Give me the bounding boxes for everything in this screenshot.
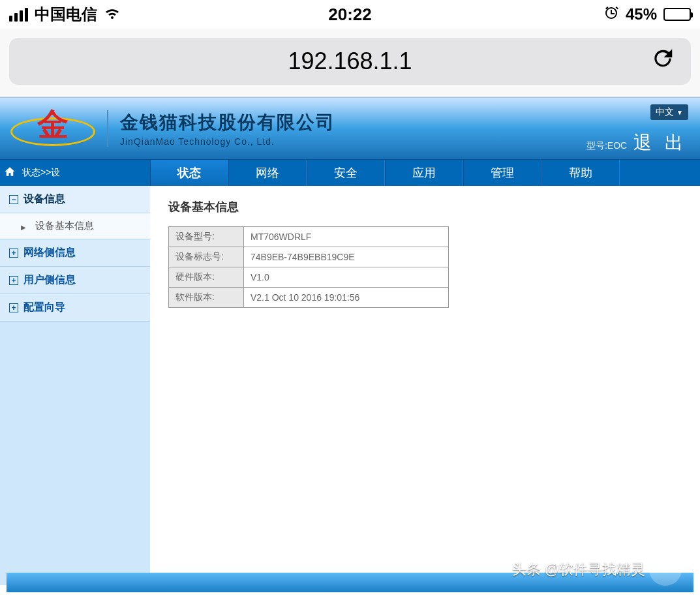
device-info-table: 设备型号: MT706WDRLF 设备标志号: 74B9EB-74B9EBB19… <box>168 226 449 308</box>
sidebar-item-device-basic[interactable]: 设备基本信息 <box>0 213 150 239</box>
tab-help[interactable]: 帮助 <box>541 160 620 186</box>
tab-status[interactable]: 状态 <box>150 160 228 186</box>
triangle-right-icon <box>21 220 30 232</box>
table-row: 软件版本: V2.1 Oct 10 2016 19:01:56 <box>169 288 449 308</box>
company-name-cn: 金钱猫科技股份有限公司 <box>120 110 335 135</box>
main-nav: 状态>>设 状态 网络 安全 应用 管理 帮助 <box>0 160 700 186</box>
sidebar-item-network-side[interactable]: 网络侧信息 <box>0 239 150 267</box>
sidebar-item-user-side[interactable]: 用户侧信息 <box>0 267 150 294</box>
logout-link[interactable]: 退 出 <box>633 130 687 155</box>
browser-toolbar: 192.168.1.1 <box>0 29 700 97</box>
expand-icon <box>9 276 18 285</box>
language-selector[interactable]: 中文 ▼ <box>650 104 688 120</box>
chevron-down-icon: ▼ <box>677 109 683 116</box>
tab-network[interactable]: 网络 <box>228 160 307 186</box>
main-content: 设备基本信息 设备型号: MT706WDRLF 设备标志号: 74B9EB-74… <box>150 186 700 585</box>
footer-bar <box>7 573 693 592</box>
table-row: 硬件版本: V1.0 <box>169 267 449 288</box>
url-text: 192.168.1.1 <box>288 48 412 75</box>
expand-icon <box>9 249 18 258</box>
company-name-en: JinQianMao Technology Co., Ltd. <box>120 136 335 147</box>
table-row: 设备型号: MT706WDRLF <box>169 227 449 247</box>
page-header: 金 金钱猫科技股份有限公司 JinQianMao Technology Co.,… <box>0 97 700 160</box>
battery-icon <box>663 8 691 21</box>
collapse-icon <box>9 195 18 204</box>
url-bar[interactable]: 192.168.1.1 <box>9 38 691 85</box>
sidebar-item-device-info[interactable]: 设备信息 <box>0 186 150 213</box>
ios-status-bar: 中国电信 20:22 45% <box>0 0 700 29</box>
sidebar: 设备信息 设备基本信息 网络侧信息 用户侧信息 配置向导 <box>0 186 150 585</box>
expand-icon <box>9 303 18 312</box>
home-icon[interactable] <box>4 166 16 181</box>
table-row: 设备标志号: 74B9EB-74B9EBB19C9E <box>169 247 449 267</box>
sidebar-item-config-wizard[interactable]: 配置向导 <box>0 294 150 322</box>
tab-app[interactable]: 应用 <box>385 160 463 186</box>
brand-logo: 金 <box>10 106 95 151</box>
reload-button[interactable] <box>650 46 675 77</box>
clock: 20:22 <box>0 5 700 25</box>
page-title: 设备基本信息 <box>168 199 682 215</box>
model-label: 型号:EOC <box>586 140 627 152</box>
breadcrumb: 状态>>设 <box>0 160 150 186</box>
tab-security[interactable]: 安全 <box>307 160 385 186</box>
tab-manage[interactable]: 管理 <box>463 160 541 186</box>
